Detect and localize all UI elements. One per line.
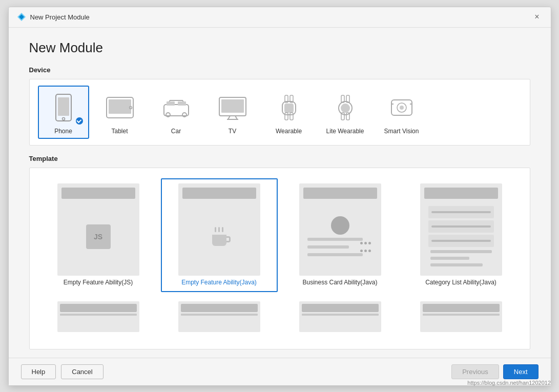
svg-rect-6 [109, 99, 131, 114]
phone-icon-box [43, 90, 84, 126]
list-line-3 [431, 240, 491, 242]
template-preview-category-list [420, 183, 502, 276]
dot-6 [368, 250, 371, 252]
preview-content-small-4 [423, 314, 500, 331]
steam-line-3 [222, 227, 223, 232]
phone-label: Phone [54, 128, 72, 135]
device-grid: Phone Tablet [38, 86, 522, 139]
js-icon: JS [86, 224, 111, 249]
preview-content-small-2 [181, 314, 258, 331]
svg-rect-14 [221, 99, 244, 113]
svg-point-32 [400, 106, 404, 110]
template-preview-business-card [299, 183, 381, 276]
svg-rect-19 [284, 104, 294, 113]
tablet-label: Tablet [111, 128, 128, 135]
preview-circle [331, 216, 349, 235]
preview-header-list [424, 188, 498, 199]
lite-wearable-icon-box [325, 90, 366, 126]
preview-line-1 [307, 238, 363, 241]
template-item-row2-4[interactable] [403, 296, 520, 339]
template-item-empty-js[interactable]: JS Empty Feature Ability(JS) [40, 178, 157, 293]
svg-line-16 [235, 116, 237, 119]
multi-line-group [428, 249, 494, 267]
svg-rect-3 [58, 97, 69, 116]
small-line-4 [423, 314, 500, 316]
preview-header [61, 188, 135, 199]
device-item-tv[interactable]: TV [207, 86, 258, 139]
small-line-3 [302, 314, 379, 316]
preview-body-js: JS [61, 202, 135, 272]
svg-point-4 [62, 117, 65, 120]
watermark: https://blog.csdn.net/han1202012 [467, 380, 551, 386]
dot-5 [364, 250, 367, 252]
template-item-business-card[interactable]: Business Card Ability(Java) [282, 178, 399, 293]
page-title: New Module [29, 40, 530, 56]
svg-rect-23 [290, 113, 293, 120]
preview-header-small-1 [60, 304, 137, 312]
device-section-label: Device [29, 66, 530, 74]
ml-line-3 [430, 263, 483, 266]
template-item-row2-3[interactable] [282, 296, 399, 339]
device-item-wearable[interactable]: Wearable [263, 86, 315, 139]
cup-body [212, 235, 226, 246]
dot-1 [360, 242, 363, 244]
device-grid-container: Phone Tablet [29, 79, 530, 146]
cup-handle [226, 236, 231, 242]
footer-right: Previous Next [451, 364, 538, 379]
car-icon [162, 97, 191, 118]
tablet-icon-box [99, 90, 140, 126]
preview-line-2 [307, 245, 349, 249]
preview-header-small-2 [181, 304, 258, 312]
smart-vision-icon [390, 96, 413, 119]
template-label-category-list: Category List Ability(Java) [425, 279, 496, 286]
preview-dot-row [305, 242, 375, 244]
template-preview-empty-java [178, 183, 260, 276]
tv-label: TV [229, 128, 236, 135]
preview-line-3 [307, 253, 363, 256]
template-preview-small-1 [57, 301, 139, 332]
help-button[interactable]: Help [21, 364, 56, 379]
template-item-row2-1[interactable] [40, 296, 157, 339]
template-label-empty-java: Empty Feature Ability(Java) [181, 279, 257, 286]
device-item-phone[interactable]: Phone [38, 86, 89, 139]
preview-dot-row-2 [305, 250, 375, 252]
list-item-3 [428, 235, 494, 247]
list-item-1 [428, 206, 494, 218]
dialog-body: New Module Device Phone [9, 28, 551, 358]
device-item-car[interactable]: Car [151, 86, 202, 139]
wearable-icon [280, 94, 298, 121]
preview-header-small-3 [302, 304, 379, 312]
device-item-smart-vision[interactable]: Smart Vision [376, 86, 427, 139]
footer-left: Help Cancel [21, 364, 103, 379]
title-bar-left: New Project Module [17, 12, 90, 22]
previous-button[interactable]: Previous [451, 364, 499, 379]
next-button[interactable]: Next [503, 364, 539, 379]
template-item-row2-2[interactable] [161, 296, 278, 339]
template-item-empty-java[interactable]: Empty Feature Ability(Java) [161, 178, 278, 293]
dialog-title: New Project Module [30, 13, 90, 21]
preview-header-java [182, 188, 256, 199]
steam-line-1 [215, 227, 216, 232]
template-item-category-list[interactable]: Category List Ability(Java) [403, 178, 520, 293]
dot-3 [368, 242, 371, 244]
template-section-label: Template [29, 155, 530, 162]
car-icon-box [156, 90, 197, 126]
wearable-icon-box [268, 90, 309, 126]
template-label-business-card: Business Card Ability(Java) [302, 279, 377, 286]
cup-steam [215, 227, 223, 232]
ml-line-2 [430, 257, 470, 260]
device-item-lite-wearable[interactable]: Lite Wearable [320, 86, 371, 139]
smart-vision-label: Smart Vision [384, 128, 419, 135]
cancel-button[interactable]: Cancel [61, 364, 103, 379]
wearable-label: Wearable [276, 128, 302, 135]
java-icon [209, 224, 230, 249]
ml-line-1 [430, 250, 492, 253]
app-icon [17, 12, 26, 22]
tv-icon [218, 95, 247, 120]
device-item-tablet[interactable]: Tablet [94, 86, 146, 139]
svg-line-15 [228, 116, 230, 119]
dot-4 [360, 250, 363, 252]
close-button[interactable]: × [531, 11, 542, 23]
list-item-2 [428, 220, 494, 233]
lite-wearable-icon [336, 94, 355, 121]
